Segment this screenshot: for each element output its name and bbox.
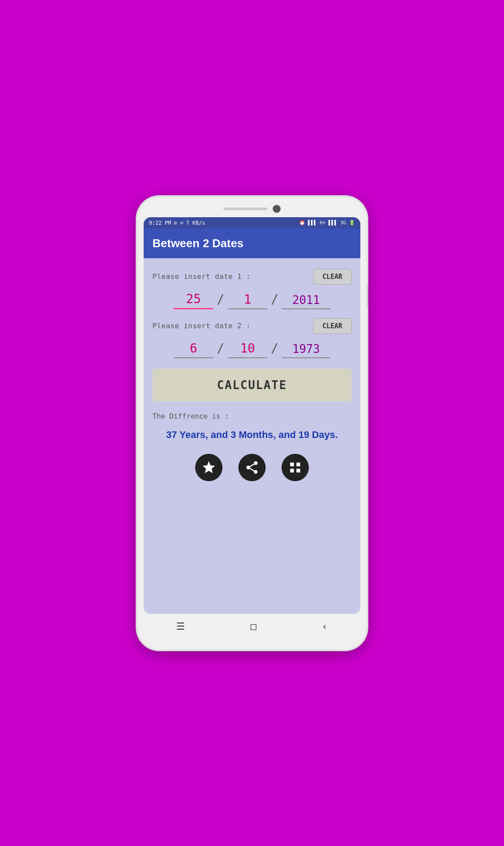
date1-label: Please insert date 1 :	[152, 272, 251, 281]
nav-home-button[interactable]: □	[251, 621, 256, 632]
side-button	[367, 285, 368, 307]
phone-top-hardware	[144, 205, 360, 213]
date2-section: Please insert date 2 : CLEAR / /	[152, 318, 352, 358]
phone-device: 9:22 PM ⊙ ⊙ 7 KB/s ⏰ ▌▌▌ H+ ▌▌▌ 3G 🔋 Bet…	[137, 197, 367, 649]
status-bar: 9:22 PM ⊙ ⊙ 7 KB/s ⏰ ▌▌▌ H+ ▌▌▌ 3G 🔋	[144, 217, 360, 229]
front-camera	[273, 205, 281, 213]
status-left: 9:22 PM ⊙ ⊙ 7 KB/s	[149, 220, 205, 226]
result-value: 37 Years, and 3 Months, and 19 Days.	[152, 429, 352, 441]
nav-back-button[interactable]: ‹	[322, 621, 328, 632]
date2-month-input[interactable]	[228, 341, 267, 358]
status-right: ⏰ ▌▌▌ H+ ▌▌▌ 3G 🔋	[299, 220, 355, 226]
grid-button[interactable]	[282, 454, 309, 481]
app-content: Please insert date 1 : CLEAR / / Please …	[144, 258, 360, 496]
speaker	[223, 208, 267, 210]
date1-inputs-row: / /	[152, 292, 352, 309]
app-title: Between 2 Dates	[152, 237, 244, 250]
date2-sep1: /	[217, 341, 224, 356]
date2-year-input[interactable]	[282, 342, 330, 358]
status-icons: ⊙ ⊙	[174, 220, 184, 226]
nav-menu-button[interactable]: ☰	[176, 621, 185, 632]
date1-label-row: Please insert date 1 : CLEAR	[152, 269, 352, 285]
favorite-button[interactable]	[195, 454, 222, 481]
phone-screen: 9:22 PM ⊙ ⊙ 7 KB/s ⏰ ▌▌▌ H+ ▌▌▌ 3G 🔋 Bet…	[144, 217, 360, 614]
share-button[interactable]	[238, 454, 266, 481]
date1-month-input[interactable]	[228, 292, 267, 309]
date1-day-input[interactable]	[174, 292, 213, 309]
date1-sep2: /	[271, 292, 278, 307]
calculate-button[interactable]: CALCULATE	[152, 369, 352, 401]
grid-icon	[288, 460, 303, 475]
clear-date2-button[interactable]: CLEAR	[313, 318, 352, 334]
date1-sep1: /	[217, 292, 224, 307]
time-display: 9:22 PM	[149, 220, 171, 226]
app-header: Between 2 Dates	[144, 229, 360, 258]
network-speed: 7 KB/s	[186, 220, 205, 226]
favorite-icon	[201, 460, 216, 475]
date2-label-row: Please insert date 2 : CLEAR	[152, 318, 352, 334]
phone-nav-bar: ☰ □ ‹	[144, 614, 360, 636]
result-section: The Diffrence is : 37 Years, and 3 Month…	[152, 412, 352, 441]
date1-section: Please insert date 1 : CLEAR / /	[152, 269, 352, 309]
date2-day-input[interactable]	[174, 341, 213, 358]
date2-inputs-row: / /	[152, 341, 352, 358]
clear-date1-button[interactable]: CLEAR	[313, 269, 352, 285]
date2-sep2: /	[271, 341, 278, 356]
result-label: The Diffrence is :	[152, 412, 352, 420]
date2-label: Please insert date 2 :	[152, 322, 251, 330]
date1-year-input[interactable]	[282, 293, 330, 309]
action-icons-row	[152, 454, 352, 481]
share-icon	[245, 460, 259, 475]
status-right-icons: ⏰ ▌▌▌ H+ ▌▌▌ 3G 🔋	[299, 220, 355, 226]
